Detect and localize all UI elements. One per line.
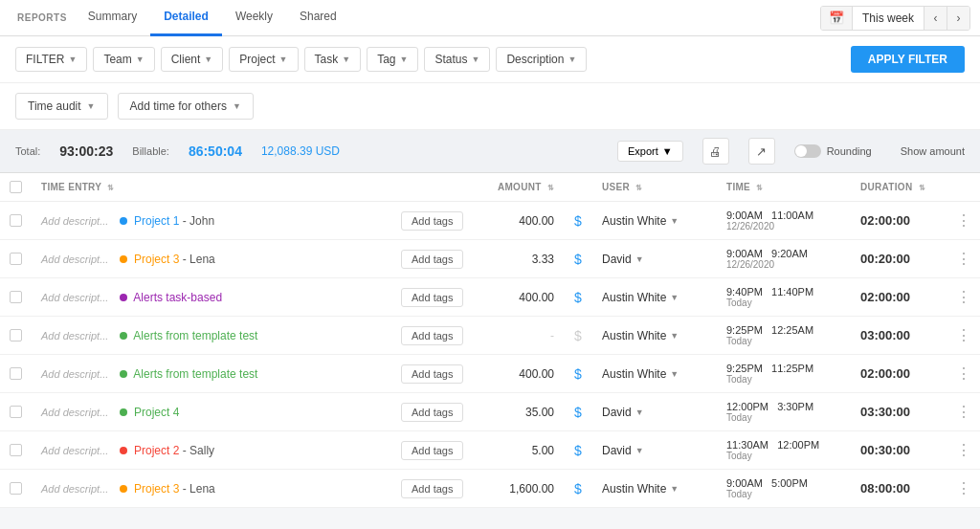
time-date: Today bbox=[726, 374, 841, 385]
table-row: Add descript... Alerts from template tes… bbox=[0, 317, 980, 355]
th-actions bbox=[947, 173, 980, 202]
project-color-dot bbox=[120, 447, 127, 454]
project-filter[interactable]: Project ▼ bbox=[229, 47, 298, 72]
date-range-selector[interactable]: 📅 This week ‹ › bbox=[820, 6, 970, 31]
task-arrow-icon: ▼ bbox=[342, 55, 350, 64]
share-button[interactable]: ↗ bbox=[748, 138, 775, 165]
tab-shared[interactable]: Shared bbox=[286, 0, 350, 36]
user-selector[interactable]: Austin White ▼ bbox=[602, 482, 707, 496]
row-checkbox[interactable] bbox=[10, 406, 22, 418]
row-checkbox[interactable] bbox=[10, 367, 22, 380]
table-row: Add descript... Project 2 - Sally Add ta… bbox=[0, 431, 980, 470]
task-filter[interactable]: Task ▼ bbox=[304, 47, 362, 72]
add-tags-button[interactable]: Add tags bbox=[401, 441, 463, 460]
duration-sort-icon[interactable]: ⇅ bbox=[919, 184, 925, 192]
row-checkbox[interactable] bbox=[10, 253, 22, 265]
user-selector[interactable]: David ▼ bbox=[602, 406, 707, 419]
tab-summary[interactable]: Summary bbox=[75, 0, 150, 36]
billable-dollar-icon[interactable]: $ bbox=[574, 481, 582, 496]
row-checkbox[interactable] bbox=[10, 444, 22, 456]
row-more-button[interactable]: ⋮ bbox=[956, 479, 970, 497]
row-more-button[interactable]: ⋮ bbox=[956, 288, 970, 306]
row-more-button[interactable]: ⋮ bbox=[956, 364, 970, 383]
billable-dollar-icon[interactable]: $ bbox=[574, 366, 582, 382]
row-more-button[interactable]: ⋮ bbox=[956, 403, 970, 421]
row-more-button[interactable]: ⋮ bbox=[956, 441, 970, 459]
tag-filter[interactable]: Tag ▼ bbox=[367, 47, 418, 72]
row-description[interactable]: Add descript... bbox=[41, 483, 108, 495]
export-button[interactable]: Export ▼ bbox=[617, 141, 683, 162]
apply-filter-button[interactable]: APPLY FILTER bbox=[851, 46, 965, 73]
row-entry-cell: Add descript... Project 3 - Lena bbox=[32, 240, 391, 278]
tab-weekly[interactable]: Weekly bbox=[222, 0, 286, 36]
add-tags-button[interactable]: Add tags bbox=[401, 288, 463, 307]
billable-dollar-icon[interactable]: $ bbox=[574, 328, 582, 343]
user-selector[interactable]: Austin White ▼ bbox=[602, 329, 707, 342]
time-entry-sort-icon[interactable]: ⇅ bbox=[107, 184, 114, 192]
project-link[interactable]: Project 4 bbox=[134, 406, 179, 419]
billable-dollar-icon[interactable]: $ bbox=[574, 443, 582, 458]
add-tags-button[interactable]: Add tags bbox=[401, 211, 463, 231]
user-selector[interactable]: David ▼ bbox=[602, 444, 707, 457]
row-more-button[interactable]: ⋮ bbox=[956, 326, 970, 344]
filter-button[interactable]: FILTER ▼ bbox=[15, 47, 87, 72]
prev-date-btn[interactable]: ‹ bbox=[924, 6, 947, 31]
row-checkbox[interactable] bbox=[10, 482, 22, 495]
row-more-button[interactable]: ⋮ bbox=[956, 250, 970, 268]
billable-dollar-icon[interactable]: $ bbox=[574, 405, 582, 420]
user-sort-icon[interactable]: ⇅ bbox=[635, 184, 642, 192]
row-time-cell: 9:40PM 11:40PM Today bbox=[717, 278, 851, 317]
row-description[interactable]: Add descript... bbox=[41, 292, 108, 303]
row-checkbox[interactable] bbox=[10, 329, 22, 342]
time-audit-dropdown[interactable]: Time audit ▼ bbox=[15, 93, 108, 120]
user-selector[interactable]: Austin White ▼ bbox=[602, 367, 707, 381]
client-arrow-icon: ▼ bbox=[204, 55, 212, 64]
row-description[interactable]: Add descript... bbox=[41, 253, 108, 265]
add-tags-button[interactable]: Add tags bbox=[401, 403, 463, 422]
add-tags-button[interactable]: Add tags bbox=[401, 364, 463, 384]
project-link[interactable]: Alerts from template test bbox=[133, 367, 257, 381]
project-link[interactable]: Project 1 bbox=[134, 214, 179, 228]
amount-sort-icon[interactable]: ⇅ bbox=[547, 184, 554, 192]
add-time-for-others-dropdown[interactable]: Add time for others ▼ bbox=[118, 93, 254, 120]
project-link[interactable]: Project 3 bbox=[134, 253, 179, 266]
team-filter[interactable]: Team ▼ bbox=[93, 47, 154, 72]
description-filter[interactable]: Description ▼ bbox=[496, 47, 587, 72]
row-tags-cell: Add tags bbox=[391, 393, 487, 431]
rounding-toggle[interactable] bbox=[794, 144, 821, 158]
billable-dollar-icon[interactable]: $ bbox=[574, 290, 582, 305]
project-link[interactable]: Alerts task-based bbox=[133, 291, 222, 304]
row-checkbox-cell bbox=[0, 202, 32, 240]
row-description[interactable]: Add descript... bbox=[41, 407, 108, 418]
user-selector[interactable]: Austin White ▼ bbox=[602, 214, 707, 228]
project-link[interactable]: Alerts from template test bbox=[133, 329, 257, 342]
row-checkbox[interactable] bbox=[10, 291, 22, 303]
row-description[interactable]: Add descript... bbox=[41, 445, 108, 456]
row-checkbox-cell bbox=[0, 278, 32, 317]
row-checkbox[interactable] bbox=[10, 214, 22, 227]
row-billable-cell: $ bbox=[564, 355, 592, 393]
user-selector[interactable]: David ▼ bbox=[602, 253, 707, 266]
row-description[interactable]: Add descript... bbox=[41, 330, 108, 342]
print-button[interactable]: 🖨 bbox=[702, 138, 729, 165]
project-link[interactable]: Project 3 bbox=[134, 482, 179, 496]
user-selector[interactable]: Austin White ▼ bbox=[602, 291, 707, 304]
row-user-cell: Austin White ▼ bbox=[592, 202, 717, 240]
add-tags-button[interactable]: Add tags bbox=[401, 326, 463, 345]
billable-dollar-icon[interactable]: $ bbox=[574, 213, 582, 229]
add-tags-button[interactable]: Add tags bbox=[401, 479, 463, 498]
row-description[interactable]: Add descript... bbox=[41, 215, 108, 227]
time-sort-icon[interactable]: ⇅ bbox=[756, 184, 763, 192]
next-date-btn[interactable]: › bbox=[947, 6, 969, 31]
row-more-button[interactable]: ⋮ bbox=[956, 211, 970, 230]
client-filter[interactable]: Client ▼ bbox=[161, 47, 224, 72]
row-description[interactable]: Add descript... bbox=[41, 368, 108, 380]
project-link[interactable]: Project 2 bbox=[134, 444, 179, 457]
row-amount: 5.00 bbox=[487, 431, 564, 470]
date-range-text: This week bbox=[853, 11, 924, 25]
tab-detailed[interactable]: Detailed bbox=[150, 0, 222, 36]
select-all-checkbox[interactable] bbox=[10, 181, 22, 193]
billable-dollar-icon[interactable]: $ bbox=[574, 252, 582, 267]
add-tags-button[interactable]: Add tags bbox=[401, 250, 463, 269]
status-filter[interactable]: Status ▼ bbox=[424, 47, 490, 72]
